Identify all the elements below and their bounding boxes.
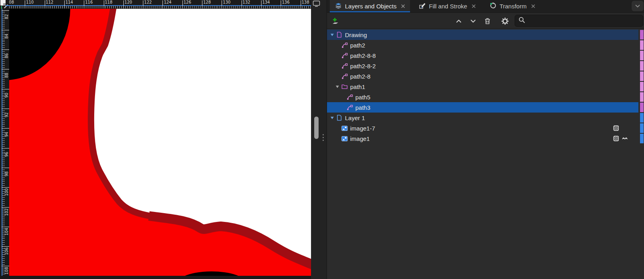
ruler-tick bbox=[2, 240, 5, 241]
ruler-major-tick bbox=[222, 0, 222, 8]
object-row[interactable]: image1-7 bbox=[327, 123, 638, 133]
ruler-tick bbox=[41, 6, 41, 8]
ruler-tick bbox=[212, 6, 212, 8]
ruler-tick bbox=[35, 6, 35, 8]
layers-panel: Layers and Objects Fill and Stroke bbox=[327, 0, 644, 279]
ruler-tick bbox=[139, 6, 139, 8]
ruler-tick bbox=[2, 146, 5, 146]
close-icon[interactable] bbox=[472, 4, 476, 8]
ruler-tick bbox=[2, 205, 5, 206]
close-icon[interactable] bbox=[531, 4, 535, 8]
layer-row[interactable]: Layer 1 bbox=[327, 113, 638, 123]
layer-row[interactable]: Drawing bbox=[327, 30, 638, 40]
ruler-number: 118 bbox=[105, 0, 113, 4]
row-label: path2-8 bbox=[350, 73, 371, 80]
ruler-major-tick bbox=[104, 0, 104, 8]
tab-overflow-button[interactable] bbox=[632, 1, 644, 11]
ruler-tick bbox=[166, 6, 167, 8]
close-icon[interactable] bbox=[401, 4, 405, 8]
ruler-tick bbox=[267, 6, 268, 8]
add-layer-button[interactable] bbox=[330, 16, 341, 26]
canvas-viewport[interactable] bbox=[9, 9, 311, 276]
object-row[interactable]: path2-8 bbox=[327, 71, 638, 81]
panel-resize-grip[interactable] bbox=[323, 134, 324, 142]
ruler-tick bbox=[2, 12, 5, 12]
expander-triangle-icon[interactable] bbox=[329, 31, 336, 38]
ruler-tick bbox=[111, 6, 112, 8]
row-label: Drawing bbox=[345, 32, 367, 38]
clip-indicator-icon[interactable] bbox=[613, 136, 619, 141]
ruler-tick bbox=[295, 6, 295, 8]
ruler-tick bbox=[2, 40, 5, 40]
object-row[interactable]: path2-8-2 bbox=[327, 61, 638, 71]
ruler-number: 132 bbox=[243, 0, 250, 4]
drawing-canvas[interactable] bbox=[9, 9, 311, 276]
ruler-tick bbox=[255, 6, 256, 8]
ruler-tick bbox=[137, 6, 137, 8]
ruler-tick bbox=[224, 6, 224, 8]
ruler-tick bbox=[2, 130, 5, 131]
object-row[interactable]: path3 bbox=[327, 102, 638, 113]
tab-transform[interactable]: Transform bbox=[485, 0, 540, 12]
row-color-strip bbox=[640, 51, 644, 60]
clip-indicator-icon[interactable] bbox=[613, 125, 619, 131]
ruler-tick bbox=[168, 6, 169, 8]
ruler-tick bbox=[228, 6, 228, 8]
ruler-tick bbox=[2, 85, 5, 85]
ruler-tick bbox=[2, 59, 5, 60]
ruler-tick bbox=[125, 6, 126, 8]
ruler-major-tick bbox=[242, 0, 242, 8]
row-color-strip bbox=[640, 113, 644, 123]
expander-triangle-icon[interactable] bbox=[329, 114, 336, 121]
ruler-tick bbox=[308, 6, 309, 8]
tab-label: Transform bbox=[499, 3, 527, 10]
ruler-tick bbox=[127, 6, 128, 8]
move-up-button[interactable] bbox=[454, 16, 464, 26]
ruler-number: 86 bbox=[4, 53, 9, 58]
object-row[interactable]: image1 bbox=[327, 133, 638, 144]
ruler-tick bbox=[2, 142, 5, 142]
tab-layers-and-objects[interactable]: Layers and Objects bbox=[330, 0, 410, 12]
object-row[interactable]: path5 bbox=[327, 92, 638, 102]
ruler-tick bbox=[299, 6, 299, 8]
expander-spacer bbox=[334, 73, 341, 80]
object-row[interactable]: path1 bbox=[327, 81, 638, 92]
ruler-tick bbox=[2, 126, 5, 127]
mask-indicator-icon[interactable] bbox=[622, 136, 628, 140]
ruler-tick bbox=[2, 238, 5, 239]
ruler-tick bbox=[2, 24, 5, 24]
vertical-scrollbar-thumb[interactable] bbox=[314, 117, 319, 139]
ruler-tick bbox=[159, 6, 159, 8]
tab-fill-and-stroke[interactable]: Fill and Stroke bbox=[414, 0, 481, 12]
move-down-button[interactable] bbox=[468, 16, 478, 26]
row-color-strip bbox=[640, 103, 644, 112]
object-row[interactable]: path2-8-8 bbox=[327, 50, 638, 61]
ruler-tick bbox=[216, 6, 216, 8]
ruler-tick bbox=[246, 6, 246, 8]
ruler-tick bbox=[2, 144, 5, 144]
ruler-tick bbox=[293, 6, 293, 8]
ruler-major-tick bbox=[2, 207, 9, 208]
ruler-tick bbox=[2, 32, 5, 32]
ruler-tick bbox=[2, 158, 5, 158]
ruler-tick bbox=[2, 67, 5, 68]
image-icon bbox=[341, 135, 348, 142]
delete-button[interactable] bbox=[482, 16, 493, 26]
ruler-tick bbox=[2, 203, 5, 204]
ruler-tick bbox=[2, 99, 5, 99]
object-row[interactable]: path2 bbox=[327, 40, 638, 50]
ruler-tick bbox=[2, 258, 5, 259]
ruler-tick bbox=[283, 6, 283, 8]
ruler-number: 104 bbox=[4, 228, 9, 235]
ruler-number: 96 bbox=[4, 152, 9, 157]
search-input[interactable] bbox=[528, 17, 640, 24]
ruler-tick bbox=[2, 262, 5, 263]
search-field[interactable] bbox=[515, 15, 643, 27]
settings-gear-button[interactable] bbox=[500, 16, 510, 26]
row-label: path3 bbox=[355, 104, 371, 111]
ruler-tick bbox=[39, 6, 39, 8]
ruler-tick bbox=[17, 6, 18, 8]
ruler-major-tick bbox=[202, 0, 202, 8]
expander-triangle-icon[interactable] bbox=[334, 83, 341, 90]
ruler-major-tick bbox=[301, 0, 301, 8]
